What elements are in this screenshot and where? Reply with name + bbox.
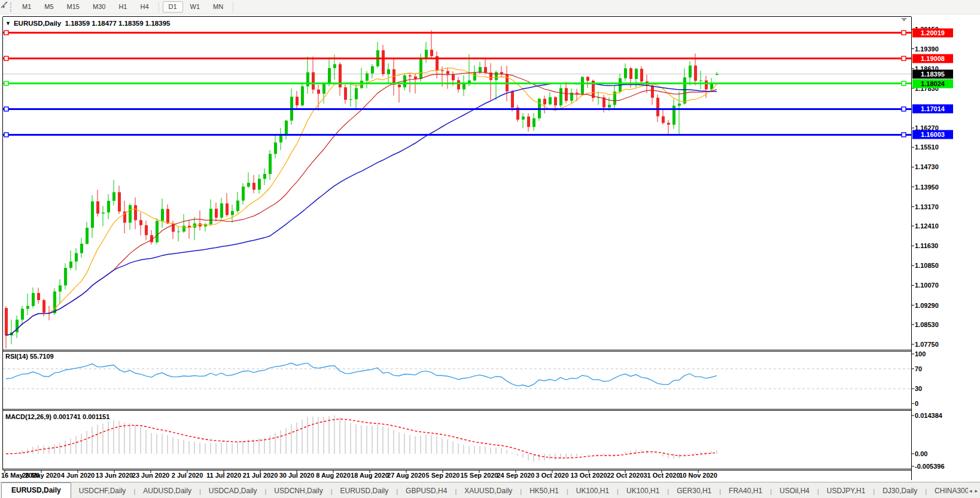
chart-tab-usoil-h4[interactable]: USOil,H4 xyxy=(772,484,817,498)
hline-price-label: 1.18024 xyxy=(912,79,953,88)
rsi-indicator-label: RSI(14) 55.7109 xyxy=(5,353,54,360)
macd-axis-tick-label: 0.014384 xyxy=(915,412,942,419)
chart-tab-usdcnh-daily[interactable]: USDCNH,Daily xyxy=(266,484,330,498)
timeframe-button-m15[interactable]: M15 xyxy=(61,1,86,13)
date-tick-label: 2 Jul 2020 xyxy=(172,472,203,479)
chart-tab-ger30-h1[interactable]: GER30,H1 xyxy=(669,484,719,498)
date-tick-label: 26 May 2020 xyxy=(22,472,60,479)
date-tick-label: 15 Sep 2020 xyxy=(461,472,498,479)
chart-plot-area[interactable] xyxy=(0,0,980,498)
toolbar-separator xyxy=(233,2,233,12)
timeframe-button-h4[interactable]: H4 xyxy=(134,1,154,13)
price-axis-tick-label: 1.13170 xyxy=(915,203,939,210)
chart-tab-uk100-h1[interactable]: UK100,H1 xyxy=(619,484,667,498)
price-axis-tick-label: 1.08530 xyxy=(915,321,939,328)
date-tick-label: 18 Aug 2020 xyxy=(351,472,389,479)
chart-tab-china300-h1[interactable]: CHINA300,H1 xyxy=(927,484,968,498)
toolbar-grip[interactable] xyxy=(10,2,11,12)
current-price-label: 1.18395 xyxy=(912,69,953,78)
tab-scroll-arrows: ◂ ▸ xyxy=(968,482,980,498)
tab-scroll-right-icon[interactable]: ▸ xyxy=(975,488,978,494)
macd-axis-tick-label: -0.005396 xyxy=(915,463,945,470)
candlestick-series[interactable] xyxy=(5,30,719,349)
chart-tab-usdcad-daily[interactable]: USDCAD,Daily xyxy=(201,484,265,498)
date-tick-label: 10 Nov 2020 xyxy=(679,472,717,479)
line-anchor-handle xyxy=(902,107,906,111)
price-axis-tick-label: 1.15510 xyxy=(915,143,939,151)
chart-tab-bar: EURUSD,DailyUSDCHF,Daily|AUDUSD,Daily|US… xyxy=(0,482,980,498)
price-axis-tick-label: 1.11630 xyxy=(915,242,938,249)
timeframe-button-m1[interactable]: M1 xyxy=(16,1,37,13)
line-anchor-handle xyxy=(4,56,8,60)
timeframe-button-w1[interactable]: W1 xyxy=(184,1,206,13)
macd-indicator-label: MACD(12,26,9) 0.001741 0.001151 xyxy=(5,413,109,420)
date-tick-label: 11 Jul 2020 xyxy=(206,472,241,479)
macd-histogram xyxy=(6,415,717,462)
moving-average-line-50 xyxy=(6,84,717,335)
price-axis-tick-label: 1.19390 xyxy=(915,45,939,53)
timeframe-button-m30[interactable]: M30 xyxy=(87,1,111,13)
horizontal-line-1.16003[interactable] xyxy=(3,133,911,137)
chart-tab-xauusd-daily[interactable]: XAUUSD,Daily xyxy=(456,484,520,498)
date-tick-label: 23 Jun 2020 xyxy=(132,472,169,479)
collapse-triangle-icon[interactable]: ▼ xyxy=(5,20,11,26)
line-anchor-handle xyxy=(902,56,906,60)
date-tick-label: 24 Sep 2020 xyxy=(497,472,535,479)
date-tick-label: 5 Sep 2020 xyxy=(426,472,460,479)
chart-tab-audusd-daily[interactable]: AUDUSD,Daily xyxy=(135,484,199,498)
date-tick-label: 21 Jul 2020 xyxy=(243,472,278,479)
price-axis-tick-label: 1.10850 xyxy=(915,262,939,269)
timeframe-button-mn[interactable]: MN xyxy=(207,1,229,13)
hline-price-label: 1.17014 xyxy=(912,105,953,114)
date-tick-label: 3 Oct 2020 xyxy=(535,472,568,479)
hline-price-label: 1.16003 xyxy=(912,130,953,139)
date-tick-label: 22 Oct 2020 xyxy=(607,472,643,479)
line-anchor-handle xyxy=(902,30,906,35)
toolbar-separator xyxy=(159,2,159,12)
timeframe-buttons: M1M5M15M30H1H4D1W1MN xyxy=(16,1,236,13)
timeframe-button-h1[interactable]: H1 xyxy=(112,1,133,13)
mt4-terminal: ▾ M1M5M15M30H1H4D1W1MN ▼EURUSD,Daily 1.1… xyxy=(0,0,980,498)
chart-tab-usdjpy-h1[interactable]: USDJPY,H1 xyxy=(819,484,873,498)
price-axis-tick-label: 1.09290 xyxy=(915,302,939,309)
chart-symbol-label: EURUSD,Daily xyxy=(14,20,61,27)
chart-tab-eurusd-daily[interactable]: EURUSD,Daily xyxy=(1,482,71,498)
cursor-tool-button[interactable]: ▾ xyxy=(0,1,8,13)
chart-tab-usdchf-daily[interactable]: USDCHF,Daily xyxy=(71,484,134,498)
date-tick-label: 27 Aug 2020 xyxy=(387,472,425,479)
date-tick-label: 4 Jun 2020 xyxy=(61,472,95,479)
rsi-axis-tick-label: 100 xyxy=(915,350,926,358)
chart-tabs: EURUSD,DailyUSDCHF,Daily|AUDUSD,Daily|US… xyxy=(0,482,968,498)
date-tick-label: 13 Oct 2020 xyxy=(570,472,607,479)
timeframe-button-m5[interactable]: M5 xyxy=(38,1,59,13)
chart-header: ▼EURUSD,Daily 1.18359 1.18477 1.18359 1.… xyxy=(5,20,170,27)
line-anchor-handle xyxy=(4,133,8,137)
date-tick-label: 31 Oct 2020 xyxy=(643,472,680,479)
horizontal-line-1.17014[interactable] xyxy=(3,107,911,111)
horizontal-line-1.20019[interactable] xyxy=(3,30,911,35)
chart-tab-uk100-h1[interactable]: UK100,H1 xyxy=(568,484,617,498)
price-axis-tick-label: 1.13950 xyxy=(915,184,939,191)
hline-price-label: 1.20019 xyxy=(912,28,953,37)
rsi-line xyxy=(6,363,717,386)
chart-shift-marker[interactable] xyxy=(901,18,907,22)
price-axis-tick-label: 1.12410 xyxy=(915,222,939,230)
chart-ohlc-values: 1.18359 1.18477 1.18359 1.18395 xyxy=(65,20,171,27)
chart-tab-fra40-h1[interactable]: FRA40,H1 xyxy=(721,484,770,498)
date-tick-label: 13 Jun 2020 xyxy=(96,472,133,479)
rsi-axis-tick-label: 70 xyxy=(915,365,922,372)
date-tick-label: 8 Aug 2020 xyxy=(316,472,351,479)
tab-scroll-left-icon[interactable]: ◂ xyxy=(969,488,972,494)
price-axis-tick-label: 1.10070 xyxy=(915,282,939,289)
date-tick-label: 30 Jul 2020 xyxy=(279,472,315,479)
timeframe-button-d1[interactable]: D1 xyxy=(163,1,183,13)
line-anchor-handle xyxy=(4,81,8,85)
chart-tab-dj30-daily[interactable]: DJ30,Daily xyxy=(875,484,925,498)
horizontal-line-1.19008[interactable] xyxy=(3,56,911,60)
chart-tab-eurusd-daily[interactable]: EURUSD,Daily xyxy=(333,484,397,498)
chart-tab-gbpusd-h4[interactable]: GBPUSD,H4 xyxy=(398,484,455,498)
chart-tab-hk50-h1[interactable]: HK50,H1 xyxy=(522,484,567,498)
moving-average-line-21 xyxy=(6,72,717,335)
price-axis-tick-label: 1.07750 xyxy=(915,341,939,348)
line-anchor-handle xyxy=(902,133,906,137)
